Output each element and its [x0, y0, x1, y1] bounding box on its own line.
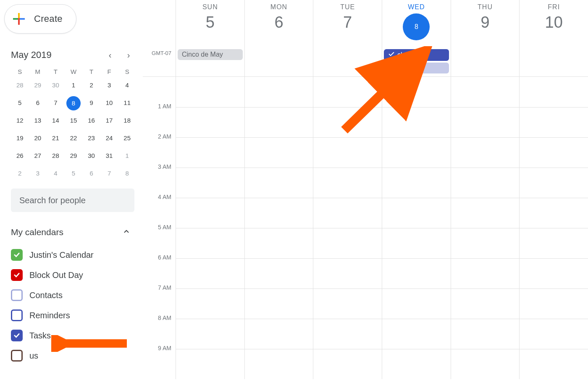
calendar-item-tasks[interactable]: Tasks	[11, 325, 139, 346]
hour-cell[interactable]	[451, 258, 520, 288]
mini-day[interactable]: 29	[29, 79, 47, 92]
hour-cell[interactable]	[244, 198, 313, 228]
hour-cell[interactable]	[176, 107, 244, 137]
mini-day[interactable]: 13	[29, 114, 47, 127]
mini-day[interactable]: 11	[118, 96, 136, 110]
hour-cell[interactable]	[313, 349, 382, 379]
mini-day[interactable]: 5	[65, 167, 83, 180]
hour-cell[interactable]	[519, 258, 588, 288]
hour-cell[interactable]	[382, 198, 451, 228]
mini-day[interactable]: 18	[118, 114, 136, 127]
hour-cell[interactable]	[451, 228, 520, 258]
mini-day[interactable]: 2	[82, 79, 100, 92]
calendar-checkbox[interactable]	[11, 309, 23, 321]
hour-cell[interactable]	[244, 137, 313, 168]
mini-day[interactable]: 12	[11, 114, 29, 127]
allday-cell-sun[interactable]: Cinco de May	[176, 48, 244, 76]
mini-day[interactable]: 7	[100, 167, 118, 180]
mini-day[interactable]: 26	[11, 149, 29, 162]
prev-month-icon[interactable]: ‹	[105, 50, 115, 60]
hour-cell[interactable]	[244, 288, 313, 319]
mini-day[interactable]: 6	[82, 167, 100, 180]
hour-cell[interactable]	[451, 349, 520, 379]
hour-cell[interactable]	[176, 168, 244, 198]
mini-day[interactable]: 4	[47, 167, 65, 180]
event-cinco-de-mayo[interactable]: Cinco de May	[178, 49, 243, 60]
hour-cell[interactable]	[313, 228, 382, 258]
hour-cell[interactable]	[519, 319, 588, 349]
day-header-sun[interactable]: SUN5	[176, 0, 244, 48]
hour-cell[interactable]	[176, 228, 244, 258]
mini-day[interactable]: 3	[29, 167, 47, 180]
calendar-item-block-out-day[interactable]: Block Out Day	[11, 265, 139, 285]
calendar-checkbox[interactable]	[11, 269, 23, 281]
hour-cell[interactable]	[519, 349, 588, 379]
mini-day[interactable]: 1	[118, 149, 136, 162]
mini-day[interactable]: 3	[100, 79, 118, 92]
mini-day[interactable]: 2	[11, 167, 29, 180]
hour-cell[interactable]	[176, 319, 244, 349]
hour-cell[interactable]	[451, 77, 520, 107]
day-header-fri[interactable]: FRI10	[519, 0, 588, 48]
hour-cell[interactable]	[313, 168, 382, 198]
hour-cell[interactable]	[313, 288, 382, 319]
hour-cell[interactable]	[244, 77, 313, 107]
mini-day[interactable]: 16	[82, 114, 100, 127]
mini-day[interactable]: 14	[47, 114, 65, 127]
hour-cell[interactable]	[176, 77, 244, 107]
hour-cell[interactable]	[176, 258, 244, 288]
hour-cell[interactable]	[382, 258, 451, 288]
mini-day[interactable]: 23	[82, 131, 100, 145]
hour-cell[interactable]	[451, 198, 520, 228]
calendar-item-contacts[interactable]: Contacts	[11, 285, 139, 305]
chevron-up-icon[interactable]	[123, 228, 130, 237]
calendar-checkbox[interactable]	[11, 249, 23, 261]
allday-cell-wed[interactable]: clean the This is a t	[382, 48, 451, 76]
mini-day[interactable]: 27	[29, 149, 47, 162]
mini-day[interactable]: 28	[47, 149, 65, 162]
mini-day[interactable]: 30	[82, 149, 100, 162]
mini-day[interactable]: 8	[118, 167, 136, 180]
mini-day[interactable]: 7	[47, 96, 65, 110]
mini-day[interactable]: 15	[65, 114, 83, 127]
hour-cell[interactable]	[519, 77, 588, 107]
hour-cell[interactable]	[244, 168, 313, 198]
hour-cell[interactable]	[382, 349, 451, 379]
allday-cell-fri[interactable]	[519, 48, 588, 76]
mini-day[interactable]: 31	[100, 149, 118, 162]
mini-day[interactable]: 28	[11, 79, 29, 92]
task-completed[interactable]: This is a t	[384, 63, 449, 73]
hour-cell[interactable]	[313, 319, 382, 349]
mini-day[interactable]: 22	[65, 131, 83, 145]
day-header-wed[interactable]: WED8	[382, 0, 451, 48]
hour-cell[interactable]	[313, 107, 382, 137]
mini-day[interactable]: 4	[118, 79, 136, 92]
hour-cell[interactable]	[519, 228, 588, 258]
hour-cell[interactable]	[382, 107, 451, 137]
hour-cell[interactable]	[313, 77, 382, 107]
mini-day[interactable]: 21	[47, 131, 65, 145]
hour-cell[interactable]	[519, 198, 588, 228]
calendar-checkbox[interactable]	[11, 289, 23, 301]
day-header-mon[interactable]: MON6	[244, 0, 313, 48]
calendar-checkbox[interactable]	[11, 330, 23, 341]
hour-cell[interactable]	[244, 319, 313, 349]
hour-cell[interactable]	[382, 319, 451, 349]
create-button[interactable]: Create	[4, 4, 76, 34]
hour-cell[interactable]	[451, 319, 520, 349]
hour-cell[interactable]	[382, 168, 451, 198]
hour-cell[interactable]	[244, 258, 313, 288]
task-clean-the[interactable]: clean the	[384, 49, 449, 61]
day-header-thu[interactable]: THU9	[451, 0, 520, 48]
hour-cell[interactable]	[176, 349, 244, 379]
hour-cell[interactable]	[382, 288, 451, 319]
allday-cell-mon[interactable]	[244, 48, 313, 76]
mini-day[interactable]: 17	[100, 114, 118, 127]
mini-day[interactable]: 1	[65, 79, 83, 92]
search-people-input[interactable]: Search for people	[11, 189, 134, 212]
mini-day[interactable]: 30	[47, 79, 65, 92]
hour-cell[interactable]	[451, 137, 520, 168]
calendar-checkbox[interactable]	[11, 350, 23, 362]
hour-cell[interactable]	[313, 137, 382, 168]
hour-cell[interactable]	[382, 228, 451, 258]
